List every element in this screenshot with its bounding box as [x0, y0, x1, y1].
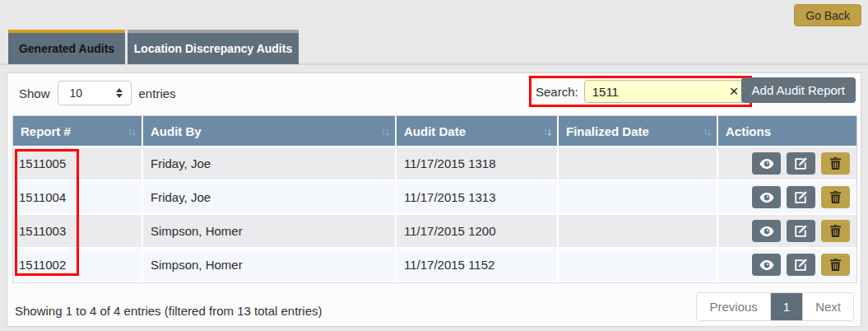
audit-date-cell: 11/17/2015 1152 — [396, 248, 558, 282]
tab-label: Generated Audits — [19, 42, 114, 55]
view-button[interactable] — [752, 186, 781, 208]
trash-icon — [830, 225, 841, 237]
report-number-cell: 1511002 — [13, 248, 142, 282]
edit-pencil-icon — [795, 157, 807, 170]
audit-by-cell: Friday, Joe — [142, 180, 396, 214]
column-header-label: Audit Date — [404, 124, 466, 138]
finalized-date-cell — [558, 147, 717, 180]
sort-icon: ↑↓ — [703, 125, 710, 138]
table-row: 1511004 Friday, Joe 11/17/2015 1313 — [13, 180, 856, 214]
audits-table-wrap: Report # ↑↓ Audit By ↑↓ Audit Date ↑↓ Fi… — [12, 115, 857, 283]
show-label: Show — [19, 86, 50, 100]
entries-label: entries — [139, 86, 176, 100]
tab-generated-audits[interactable]: Generated Audits — [8, 30, 125, 64]
view-button[interactable] — [752, 152, 781, 175]
page-size-value: 10 — [70, 86, 116, 100]
audit-by-cell: Simpson, Homer — [142, 214, 396, 248]
table-row: 1511005 Friday, Joe 11/17/2015 1318 — [13, 147, 856, 180]
tab-bar: Generated Audits Location Discrepancy Au… — [8, 30, 299, 64]
delete-button[interactable] — [821, 186, 850, 208]
entries-summary: Showing 1 to 4 of 4 entries (filtered fr… — [15, 304, 323, 318]
go-back-button[interactable]: Go Back — [794, 4, 861, 26]
eye-icon — [759, 226, 774, 236]
delete-button[interactable] — [821, 220, 850, 242]
eye-icon — [759, 260, 774, 270]
edit-button[interactable] — [787, 186, 815, 208]
edit-button[interactable] — [787, 254, 815, 276]
column-header-label: Actions — [726, 124, 771, 138]
sort-icon: ↑↓ — [381, 125, 388, 138]
eye-icon — [759, 193, 774, 203]
page-size-select[interactable]: 10 — [58, 81, 132, 105]
audit-reports-page: Go Back Generated Audits Location Discre… — [0, 0, 868, 331]
sort-icon: ↑↓ — [128, 125, 135, 138]
column-header-label: Report # — [21, 124, 71, 138]
table-row: 1511003 Simpson, Homer 11/17/2015 1200 — [13, 214, 856, 248]
actions-cell — [717, 248, 856, 282]
column-header-label: Finalized Date — [566, 124, 649, 138]
audits-table: Report # ↑↓ Audit By ↑↓ Audit Date ↑↓ Fi… — [13, 116, 856, 282]
column-header[interactable]: Audit Date ↑↓ — [396, 116, 558, 147]
report-number-cell: 1511005 — [13, 147, 142, 180]
actions-cell — [717, 147, 856, 180]
tab-label: Location Discrepancy Audits — [134, 42, 292, 55]
edit-button[interactable] — [787, 152, 815, 175]
edit-pencil-icon — [795, 191, 807, 203]
audit-by-cell: Friday, Joe — [142, 147, 396, 180]
page-1-button[interactable]: 1 — [770, 293, 802, 320]
search-input[interactable] — [584, 80, 745, 103]
select-stepper-icon — [116, 88, 123, 98]
audit-date-cell: 11/17/2015 1318 — [396, 147, 558, 180]
column-header[interactable]: Finalized Date ↑↓ — [558, 116, 717, 147]
eye-icon — [759, 159, 774, 169]
table-row: 1511002 Simpson, Homer 11/17/2015 1152 — [13, 248, 856, 282]
annotation-box-search: Search: × — [529, 76, 752, 107]
sort-icon: ↑↓ — [543, 125, 550, 138]
audit-date-cell: 11/17/2015 1313 — [396, 180, 558, 214]
edit-pencil-icon — [795, 225, 807, 237]
column-header-label: Audit By — [151, 124, 202, 138]
report-number-cell: 1511004 — [13, 180, 142, 214]
actions-cell — [717, 214, 856, 248]
delete-button[interactable] — [821, 254, 850, 276]
edit-button[interactable] — [787, 220, 815, 242]
audits-panel: Show 10 entries Search: × Add Audit Repo… — [7, 72, 861, 327]
add-audit-report-button[interactable]: Add Audit Report — [741, 77, 856, 103]
search-label: Search: — [536, 85, 578, 99]
finalized-date-cell — [558, 180, 717, 214]
next-page-button[interactable]: Next — [802, 293, 853, 320]
finalized-date-cell — [558, 214, 717, 248]
pagination: Previous 1 Next — [696, 292, 854, 321]
audit-by-cell: Simpson, Homer — [142, 248, 396, 282]
trash-icon — [830, 259, 841, 271]
edit-pencil-icon — [795, 259, 807, 271]
previous-page-button[interactable]: Previous — [697, 293, 769, 320]
clear-search-icon[interactable]: × — [730, 83, 739, 99]
view-button[interactable] — [752, 220, 781, 242]
report-number-cell: 1511003 — [13, 214, 142, 248]
table-header-row: Report # ↑↓ Audit By ↑↓ Audit Date ↑↓ Fi… — [13, 116, 856, 147]
trash-icon — [830, 191, 841, 203]
column-header[interactable]: Report # ↑↓ — [13, 116, 142, 147]
trash-icon — [830, 157, 841, 170]
show-entries-control: Show 10 entries — [19, 81, 176, 105]
column-header: Actions — [717, 116, 856, 147]
view-button[interactable] — [752, 254, 781, 276]
column-header[interactable]: Audit By ↑↓ — [142, 116, 396, 147]
delete-button[interactable] — [821, 152, 850, 175]
search-box: × — [584, 80, 745, 103]
actions-cell — [717, 180, 856, 214]
finalized-date-cell — [558, 248, 717, 282]
audit-date-cell: 11/17/2015 1200 — [396, 214, 558, 248]
tab-location-discrepancy-audits[interactable]: Location Discrepancy Audits — [128, 30, 299, 64]
